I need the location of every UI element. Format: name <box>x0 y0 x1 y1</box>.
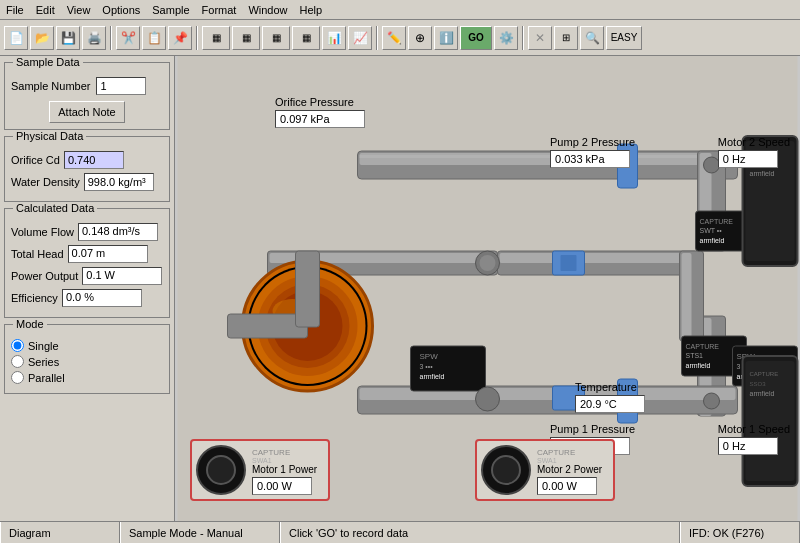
water-density-row: Water Density <box>11 173 163 191</box>
sep2 <box>196 26 198 50</box>
svg-rect-11 <box>500 253 696 263</box>
target-btn[interactable]: ⊕ <box>408 26 432 50</box>
svg-text:SSO3: SSO3 <box>750 381 767 387</box>
efficiency-value: 0.0 % <box>62 289 142 307</box>
svg-rect-3 <box>360 155 736 158</box>
menu-format[interactable]: Format <box>196 2 243 18</box>
svg-text:armfield: armfield <box>420 373 445 380</box>
power-output-value: 0.1 W <box>82 267 162 285</box>
info-btn[interactable]: ℹ️ <box>434 26 458 50</box>
svg-point-58 <box>704 393 720 409</box>
temperature-value: 20.9 °C <box>575 395 645 413</box>
efficiency-row: Efficiency 0.0 % <box>11 289 163 307</box>
single-radio-row: Single <box>11 339 163 352</box>
orifice-cd-input[interactable] <box>64 151 124 169</box>
svg-rect-24 <box>296 251 320 327</box>
power-output-row: Power Output 0.1 W <box>11 267 163 285</box>
volume-flow-label: Volume Flow <box>11 226 74 238</box>
save-btn[interactable]: 💾 <box>56 26 80 50</box>
orifice-cd-row: Orifice Cd <box>11 151 163 169</box>
motor2-power-label: Motor 2 Power <box>537 464 609 475</box>
volume-flow-value: 0.148 dm³/s <box>78 223 158 241</box>
menu-edit[interactable]: Edit <box>30 2 61 18</box>
total-head-row: Total Head 0.07 m <box>11 245 163 263</box>
tool2-btn[interactable]: ▦ <box>232 26 260 50</box>
toolbar: 📄 📂 💾 🖨️ ✂️ 📋 📌 ▦ ▦ ▦ ▦ 📊 📈 ✏️ ⊕ ℹ️ GO ⚙… <box>0 20 800 56</box>
parallel-label: Parallel <box>28 372 65 384</box>
extra-btn[interactable]: EASY <box>606 26 642 50</box>
svg-point-56 <box>476 387 500 411</box>
sep4 <box>522 26 524 50</box>
motor1-power-label: Motor 1 Power <box>252 464 324 475</box>
svg-text:SPW: SPW <box>420 352 439 361</box>
sample-number-input[interactable] <box>96 77 146 95</box>
svg-point-30 <box>480 255 496 271</box>
svg-text:CAPTURE: CAPTURE <box>686 343 720 350</box>
efficiency-label: Efficiency <box>11 292 58 304</box>
main-layout: Sample Data Sample Number Attach Note Ph… <box>0 56 800 521</box>
menu-file[interactable]: File <box>0 2 30 18</box>
tool3-btn[interactable]: ▦ <box>262 26 290 50</box>
mode-title: Mode <box>13 318 47 330</box>
search-btn[interactable]: 🔍 <box>580 26 604 50</box>
water-density-input[interactable] <box>84 173 154 191</box>
svg-text:armfield: armfield <box>686 362 711 369</box>
menu-sample[interactable]: Sample <box>146 2 195 18</box>
status-panel-2: Sample Mode - Manual <box>120 522 280 543</box>
chart-btn[interactable]: 📊 <box>322 26 346 50</box>
tool4-btn[interactable]: ▦ <box>292 26 320 50</box>
svg-text:SWT ••: SWT •• <box>700 227 723 234</box>
calculated-data-title: Calculated Data <box>13 202 97 214</box>
physical-data-group: Physical Data Orifice Cd Water Density <box>4 136 170 202</box>
new-btn[interactable]: 📄 <box>4 26 28 50</box>
single-radio[interactable] <box>11 339 24 352</box>
open-btn[interactable]: 📂 <box>30 26 54 50</box>
series-label: Series <box>28 356 59 368</box>
svg-rect-51 <box>746 361 795 481</box>
pump2-pressure-group: Pump 2 Pressure 0.033 kPa <box>550 136 635 166</box>
copy-btn[interactable]: 📋 <box>142 26 166 50</box>
parallel-radio[interactable] <box>11 371 24 384</box>
single-label: Single <box>28 340 59 352</box>
orifice-pressure-group: Orifice Pressure 0.097 kPa <box>275 96 365 126</box>
svg-rect-32 <box>561 255 577 271</box>
mode-group: Mode Single Series Parallel <box>4 324 170 394</box>
delete-btn[interactable]: ✕ <box>528 26 552 50</box>
tool1-btn[interactable]: ▦ <box>202 26 230 50</box>
menu-window[interactable]: Window <box>242 2 293 18</box>
motor2-power-value: 0.00 W <box>537 477 597 495</box>
menu-options[interactable]: Options <box>96 2 146 18</box>
sample-data-title: Sample Data <box>13 56 83 68</box>
svg-text:CAPTURE: CAPTURE <box>700 218 734 225</box>
sep3 <box>376 26 378 50</box>
go-btn[interactable]: GO <box>460 26 492 50</box>
power-output-label: Power Output <box>11 270 78 282</box>
sep1 <box>110 26 112 50</box>
svg-text:STS1: STS1 <box>686 352 704 359</box>
chart2-btn[interactable]: 📈 <box>348 26 372 50</box>
paste-btn[interactable]: 📌 <box>168 26 192 50</box>
edit-btn[interactable]: ✏️ <box>382 26 406 50</box>
motor1-power-panel: CAPTURE SWA1 Motor 1 Power 0.00 W <box>190 439 330 501</box>
settings-btn[interactable]: ⚙️ <box>494 26 518 50</box>
parallel-radio-row: Parallel <box>11 371 163 384</box>
motor2-speed-group: Motor 2 Speed 0 Hz <box>718 136 790 166</box>
svg-text:CAPTURE: CAPTURE <box>750 371 779 377</box>
temperature-label: Temperature <box>575 381 645 393</box>
pump1-pressure-label: Pump 1 Pressure <box>550 423 635 435</box>
menu-view[interactable]: View <box>61 2 97 18</box>
motor1-speed-label: Motor 1 Speed <box>718 423 790 435</box>
step-btn[interactable]: ⊞ <box>554 26 578 50</box>
sample-number-row: Sample Number <box>11 77 163 95</box>
cut-btn[interactable]: ✂️ <box>116 26 140 50</box>
attach-note-btn[interactable]: Attach Note <box>49 101 124 123</box>
motor1-power-value: 0.00 W <box>252 477 312 495</box>
print-btn[interactable]: 🖨️ <box>82 26 106 50</box>
series-radio[interactable] <box>11 355 24 368</box>
svg-rect-13 <box>682 253 692 341</box>
sample-number-label: Sample Number <box>11 80 90 92</box>
menu-help[interactable]: Help <box>294 2 329 18</box>
status-panel-3: Click 'GO' to record data <box>280 522 680 543</box>
status-panel-1: Diagram <box>0 522 120 543</box>
svg-text:3 •••: 3 ••• <box>420 363 434 370</box>
